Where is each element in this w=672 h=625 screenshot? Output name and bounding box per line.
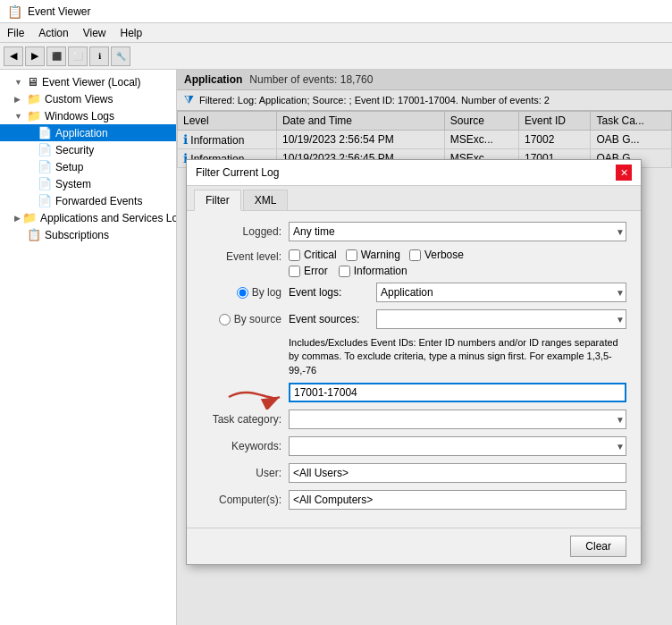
task-category-wrap: ▼ [289, 410, 626, 429]
radio-by-source[interactable] [219, 314, 231, 325]
setup-label: Setup [55, 161, 83, 173]
tab-xml[interactable]: XML [243, 190, 289, 210]
logged-label: Logged: [201, 225, 281, 238]
log-icon-security: 📄 [38, 143, 52, 156]
checkbox-verbose-input[interactable] [409, 249, 421, 261]
dialog-title-bar: Filter Current Log ✕ [187, 160, 641, 186]
modal-overlay: Filter Current Log ✕ Filter XML Logged: [177, 70, 672, 625]
log-icon-system: 📄 [38, 177, 52, 190]
menu-action[interactable]: Action [31, 25, 75, 41]
user-input[interactable] [289, 463, 626, 483]
application-label: Application [55, 127, 108, 139]
sidebar-item-setup[interactable]: 📄 Setup [0, 158, 176, 175]
checkbox-verbose-label: Verbose [424, 249, 464, 261]
computer-label: Computer(s): [201, 494, 281, 506]
sidebar-item-app-services[interactable]: ▶ 📁 Applications and Services Lo... [0, 209, 176, 226]
task-category-label: Task category: [201, 413, 281, 426]
keywords-select[interactable] [289, 436, 626, 456]
checkbox-critical[interactable]: Critical [289, 249, 337, 261]
expand-icon-windows: ▼ [14, 112, 25, 121]
menu-view[interactable]: View [76, 25, 113, 41]
radio-by-source-label: By source [234, 313, 281, 325]
event-id-input[interactable] [289, 383, 626, 402]
checkbox-information[interactable]: Information [339, 265, 407, 277]
radio-by-source-wrap[interactable]: By source [201, 313, 281, 325]
event-sources-select-wrap: ▼ [376, 309, 626, 329]
toolbar-btn2[interactable]: ⬜ [68, 46, 88, 66]
sidebar-item-system[interactable]: 📄 System [0, 175, 176, 192]
sidebar-item-windows-logs[interactable]: ▼ 📁 Windows Logs [0, 107, 176, 124]
radio-by-log-label: By log [252, 286, 281, 299]
by-log-row: By log Event logs: Application ▼ [201, 283, 626, 302]
toolbar: ◀ ▶ ⬛ ⬜ ℹ 🔧 [0, 43, 672, 70]
task-category-row: Task category: ▼ [201, 410, 626, 429]
title-bar: 📋 Event Viewer [0, 0, 672, 23]
menu-bar: File Action View Help [0, 23, 672, 43]
filter-dialog: Filter Current Log ✕ Filter XML Logged: [186, 159, 642, 565]
menu-help[interactable]: Help [113, 25, 150, 41]
checkbox-critical-input[interactable] [289, 249, 300, 261]
checkbox-information-input[interactable] [339, 266, 350, 277]
computer-input[interactable] [289, 490, 626, 510]
tab-filter[interactable]: Filter [194, 190, 241, 211]
checkboxes-row2: Error Information [289, 265, 626, 277]
app-services-label: Applications and Services Lo... [40, 212, 177, 224]
sidebar-item-subscriptions[interactable]: 📋 Subscriptions [0, 226, 176, 243]
checkbox-error-input[interactable] [289, 266, 300, 277]
expand-icon-custom: ▶ [14, 95, 25, 104]
menu-file[interactable]: File [0, 25, 31, 41]
sidebar-item-application[interactable]: 📄 Application [0, 124, 176, 141]
left-panel: ▼ 🖥 Event Viewer (Local) ▶ 📁 Custom View… [0, 70, 177, 625]
dialog-title: Filter Current Log [196, 166, 279, 179]
toolbar-forward[interactable]: ▶ [25, 46, 45, 66]
subscriptions-icon: 📋 [27, 228, 41, 241]
event-logs-select-wrap: Application ▼ [376, 283, 626, 302]
custom-views-label: Custom Views [45, 93, 113, 106]
dialog-close-button[interactable]: ✕ [616, 165, 632, 181]
computer-row: Computer(s): [201, 490, 626, 510]
event-sources-select[interactable] [376, 309, 626, 329]
dialog-footer: Clear [187, 528, 641, 564]
event-sources-label: Event sources: [289, 313, 369, 325]
sidebar-item-custom-views[interactable]: ▶ 📁 Custom Views [0, 90, 176, 107]
event-id-row [289, 383, 626, 402]
subscriptions-label: Subscriptions [45, 229, 109, 241]
sidebar-item-forwarded[interactable]: 📄 Forwarded Events [0, 192, 176, 209]
checkbox-error[interactable]: Error [289, 265, 328, 277]
security-label: Security [55, 144, 94, 156]
checkbox-information-label: Information [354, 265, 407, 277]
logged-select[interactable]: Any time Last hour Last 12 hours Last 24… [289, 222, 626, 241]
sidebar-item-security[interactable]: 📄 Security [0, 141, 176, 158]
tree-root[interactable]: ▼ 🖥 Event Viewer (Local) [0, 73, 176, 90]
radio-by-log-wrap[interactable]: By log [201, 286, 281, 299]
system-label: System [55, 178, 91, 190]
log-icon-application: 📄 [38, 126, 52, 139]
toolbar-btn1[interactable]: ⬛ [46, 46, 66, 66]
folder-icon-custom: 📁 [27, 92, 41, 106]
event-level-row: Event level: Critical Warning [201, 249, 626, 265]
keywords-label: Keywords: [201, 440, 281, 452]
keywords-row: Keywords: ▼ [201, 436, 626, 456]
checkbox-warning[interactable]: Warning [346, 249, 400, 261]
logged-row: Logged: Any time Last hour Last 12 hours… [201, 222, 626, 241]
event-logs-label: Event logs: [289, 286, 369, 299]
checkbox-verbose[interactable]: Verbose [409, 249, 464, 261]
log-icon-setup: 📄 [38, 160, 52, 173]
toolbar-btn3[interactable]: ℹ [89, 46, 109, 66]
forwarded-label: Forwarded Events [55, 195, 142, 207]
toolbar-back[interactable]: ◀ [4, 46, 23, 66]
toolbar-btn4[interactable]: 🔧 [111, 46, 130, 66]
dialog-tabs: Filter XML [187, 186, 641, 211]
checkbox-warning-input[interactable] [346, 249, 357, 261]
radio-by-log[interactable] [237, 287, 248, 299]
computer-icon: 🖥 [27, 75, 38, 89]
tree-root-label: Event Viewer (Local) [42, 76, 141, 89]
clear-button[interactable]: Clear [570, 536, 626, 557]
keywords-wrap: ▼ [289, 436, 626, 456]
red-arrow-indicator [224, 384, 287, 410]
log-icon-forwarded: 📄 [38, 194, 52, 207]
folder-icon-appservices: 📁 [22, 211, 37, 224]
app-title: Event Viewer [28, 5, 90, 18]
event-logs-select[interactable]: Application [376, 283, 626, 302]
task-category-select[interactable] [289, 410, 626, 429]
